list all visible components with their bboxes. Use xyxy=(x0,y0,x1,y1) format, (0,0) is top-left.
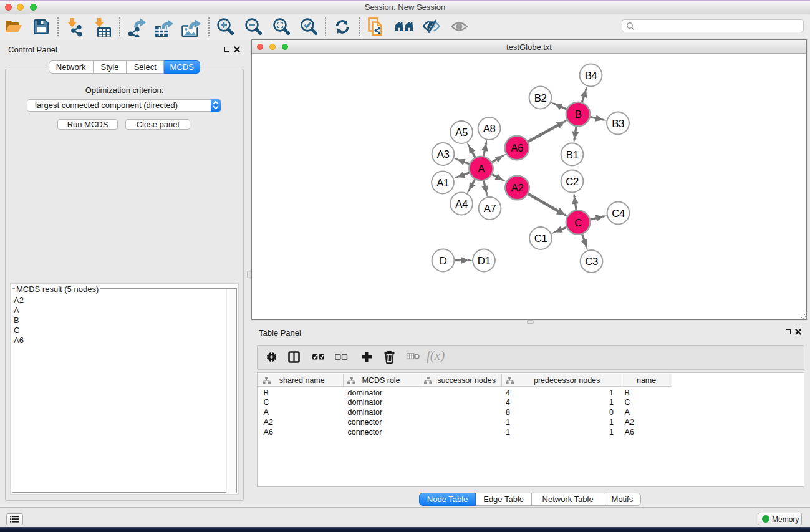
svg-text:C: C xyxy=(574,217,582,229)
svg-text:A1: A1 xyxy=(436,177,449,189)
svg-text:A4: A4 xyxy=(455,198,468,210)
svg-text:B1: B1 xyxy=(566,149,579,161)
svg-text:B: B xyxy=(575,109,582,120)
svg-text:B4: B4 xyxy=(585,70,597,82)
svg-text:A7: A7 xyxy=(484,203,496,215)
svg-text:C3: C3 xyxy=(585,256,598,268)
svg-text:C4: C4 xyxy=(612,208,625,220)
svg-text:C2: C2 xyxy=(566,176,579,188)
svg-text:A3: A3 xyxy=(437,148,450,160)
svg-text:B3: B3 xyxy=(612,118,624,130)
svg-text:A5: A5 xyxy=(455,127,468,138)
svg-text:D1: D1 xyxy=(478,255,491,267)
svg-text:A6: A6 xyxy=(511,142,523,154)
svg-text:D: D xyxy=(440,255,447,267)
svg-text:A2: A2 xyxy=(511,182,524,194)
svg-text:A: A xyxy=(478,163,485,175)
svg-text:B2: B2 xyxy=(534,92,547,104)
svg-text:A8: A8 xyxy=(483,123,496,135)
svg-text:C1: C1 xyxy=(534,233,547,244)
